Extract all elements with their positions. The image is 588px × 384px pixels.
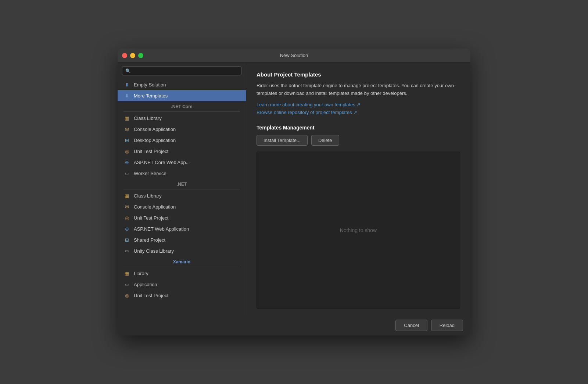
sidebar: 🔍 Empty Solution More Templates .NET Cor… <box>118 63 246 315</box>
worker-icon <box>123 170 130 177</box>
web-icon <box>123 159 130 166</box>
sidebar-item-label: Unit Test Project <box>134 149 168 154</box>
window-title: New Solution <box>280 53 308 58</box>
sidebar-item-console-app-net[interactable]: Console Application <box>118 201 246 212</box>
sidebar-item-worker-service[interactable]: Worker Service <box>118 168 246 179</box>
delete-button[interactable]: Delete <box>311 135 339 146</box>
sidebar-item-label: Application <box>134 282 157 287</box>
sidebar-item-label: ASP.NET Core Web App... <box>134 160 190 165</box>
minimize-button[interactable] <box>130 53 135 58</box>
sidebar-item-label: Console Application <box>134 204 176 210</box>
sidebar-item-label: Worker Service <box>134 171 166 176</box>
maximize-button[interactable] <box>138 53 143 58</box>
install-template-button[interactable]: Install Template... <box>257 135 308 146</box>
console-icon <box>123 126 130 132</box>
main-panel: About Project Templates Rider uses the d… <box>246 63 470 315</box>
section-header-dotnet-core: .NET Core <box>118 101 246 111</box>
sidebar-item-class-library-net[interactable]: Class Library <box>118 190 246 201</box>
sidebar-item-unit-test-net[interactable]: Unit Test Project <box>118 212 246 223</box>
sidebar-item-empty-solution[interactable]: Empty Solution <box>118 79 246 90</box>
templates-management-title: Templates Management <box>257 125 460 131</box>
sidebar-item-label: Class Library <box>134 193 162 199</box>
sidebar-item-label: Console Application <box>134 127 176 132</box>
console-icon-net <box>123 203 130 210</box>
sidebar-item-library-xamarin[interactable]: Library <box>118 268 246 279</box>
search-input[interactable] <box>133 68 238 74</box>
library-icon <box>123 270 130 277</box>
search-box[interactable]: 🔍 <box>122 66 241 75</box>
titlebar: New Solution <box>118 49 470 63</box>
empty-panel: Nothing to show <box>257 152 460 309</box>
solution-icon <box>123 81 130 88</box>
class-icon-net <box>123 192 130 199</box>
sidebar-item-class-library-core[interactable]: Class Library <box>118 113 246 124</box>
about-description: Rider uses the dotnet template engine to… <box>257 82 460 97</box>
sidebar-item-more-templates[interactable]: More Templates <box>118 90 246 101</box>
sidebar-item-label: Shared Project <box>134 237 165 243</box>
sidebar-item-label: Desktop Application <box>134 138 176 143</box>
section-header-dotnet: .NET <box>118 179 246 188</box>
button-row: Install Template... Delete <box>257 135 460 146</box>
sidebar-item-aspnet-web[interactable]: ASP.NET Web Application <box>118 223 246 234</box>
sidebar-item-label: Unity Class Library <box>134 248 174 254</box>
traffic-lights <box>122 53 143 58</box>
link-learn-more[interactable]: Learn more about creating your own templ… <box>257 102 460 107</box>
sidebar-item-label: More Templates <box>134 93 168 99</box>
sidebar-item-label: Empty Solution <box>134 82 166 88</box>
test-icon-net <box>123 214 130 221</box>
sidebar-item-label: Class Library <box>134 115 162 121</box>
test-icon <box>123 148 130 154</box>
sidebar-item-console-app-core[interactable]: Console Application <box>118 124 246 135</box>
new-solution-window: New Solution 🔍 Empty Solution More Templ… <box>118 49 470 335</box>
app-icon <box>123 281 130 288</box>
shared-icon <box>123 237 130 243</box>
footer: Cancel Reload <box>118 315 470 335</box>
download-icon <box>123 92 130 99</box>
link-browse-repo[interactable]: Browse online repository of project temp… <box>257 110 460 115</box>
section-header-xamarin: Xamarin <box>118 256 246 266</box>
web-icon-net <box>123 225 130 232</box>
cancel-button[interactable]: Cancel <box>395 320 427 331</box>
sidebar-item-desktop-app-core[interactable]: Desktop Application <box>118 135 246 146</box>
sidebar-item-unit-test-xamarin[interactable]: Unit Test Project <box>118 290 246 301</box>
sidebar-item-label: Library <box>134 271 148 276</box>
nothing-to-show: Nothing to show <box>340 227 377 233</box>
sidebar-item-unit-test-core[interactable]: Unit Test Project <box>118 146 246 157</box>
about-title: About Project Templates <box>257 71 460 78</box>
divider-xamarin <box>123 267 240 267</box>
sidebar-item-label: ASP.NET Web Application <box>134 226 189 232</box>
reload-button[interactable]: Reload <box>431 320 463 331</box>
sidebar-item-label: Unit Test Project <box>134 215 168 221</box>
sidebar-item-shared-project[interactable]: Shared Project <box>118 234 246 245</box>
test-icon-xamarin <box>123 292 130 299</box>
divider-dotnet <box>123 189 240 189</box>
desktop-icon <box>123 137 130 143</box>
close-button[interactable] <box>122 53 127 58</box>
sidebar-item-aspnet-core[interactable]: ASP.NET Core Web App... <box>118 157 246 168</box>
search-icon: 🔍 <box>125 68 131 74</box>
content-area: 🔍 Empty Solution More Templates .NET Cor… <box>118 63 470 315</box>
sidebar-item-label: Unit Test Project <box>134 293 168 298</box>
class-icon <box>123 115 130 121</box>
sidebar-item-unity-class-lib[interactable]: Unity Class Library <box>118 245 246 256</box>
sidebar-item-app-xamarin[interactable]: Application <box>118 279 246 290</box>
unity-icon <box>123 248 130 254</box>
divider-dotnet-core <box>123 111 240 112</box>
